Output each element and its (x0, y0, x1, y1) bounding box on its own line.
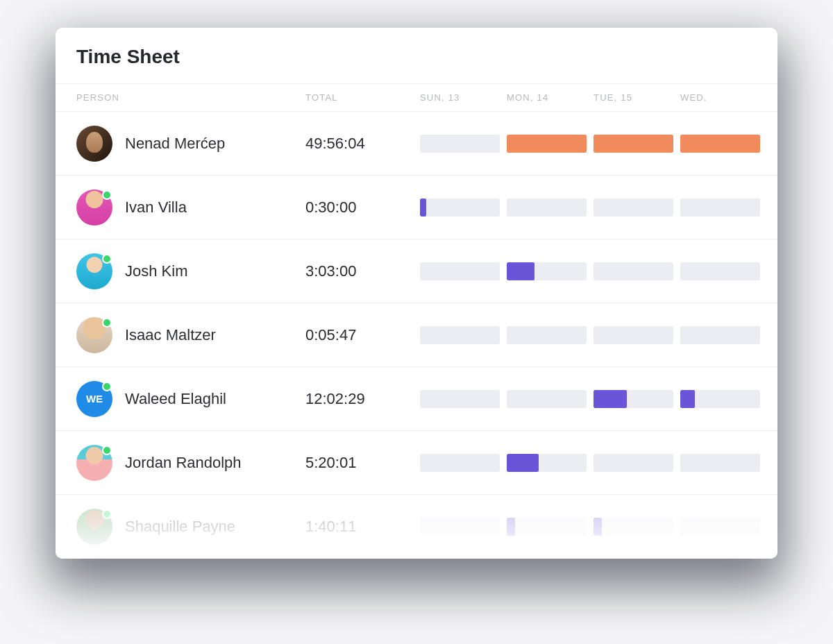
time-bar (594, 198, 673, 217)
table-header: PERSON TOTAL SUN, 13 MON, 14 TUE, 15 WED… (56, 83, 777, 112)
person-name[interactable]: Nenad Merćep (125, 135, 225, 153)
time-bar (680, 390, 760, 408)
table-row[interactable]: Nenad Merćep49:56:04 (56, 112, 777, 176)
table-row[interactable]: Shaquille Payne1:40:11 (56, 495, 777, 559)
day-cell[interactable] (680, 135, 767, 153)
day-cell[interactable] (420, 262, 507, 280)
col-person: PERSON (76, 92, 305, 103)
person-cell: Shaquille Payne (76, 509, 305, 545)
time-bar-fill (507, 135, 587, 153)
online-status-icon (102, 190, 112, 200)
time-bar (680, 135, 760, 153)
time-bar-fill (420, 198, 426, 217)
time-bar-fill (680, 390, 695, 408)
time-bar (507, 454, 587, 472)
day-cell[interactable] (420, 518, 507, 536)
table-row[interactable]: Isaac Maltzer0:05:47 (56, 303, 777, 367)
total-time: 3:03:00 (305, 262, 420, 280)
page-title: Time Sheet (56, 28, 777, 83)
day-cell[interactable] (594, 518, 680, 536)
day-cell[interactable] (680, 198, 767, 217)
time-bar (680, 262, 760, 280)
day-cell[interactable] (680, 390, 767, 408)
time-bar (420, 518, 500, 536)
avatar[interactable] (76, 317, 112, 353)
total-time: 12:02:29 (305, 390, 420, 408)
day-cell[interactable] (420, 390, 507, 408)
day-cell[interactable] (594, 390, 680, 408)
person-name[interactable]: Isaac Maltzer (125, 326, 216, 344)
time-bar (680, 518, 760, 536)
person-name[interactable]: Jordan Randolph (125, 454, 242, 472)
time-bar (507, 198, 587, 217)
person-cell: Jordan Randolph (76, 445, 305, 481)
col-day-mon: MON, 14 (507, 92, 594, 103)
total-time: 49:56:04 (305, 135, 420, 153)
table-row[interactable]: WEWaleed Elaghil12:02:29 (56, 367, 777, 431)
day-cell[interactable] (507, 326, 594, 344)
time-bar (680, 198, 760, 217)
day-cell[interactable] (680, 454, 767, 472)
time-bar-fill (507, 262, 535, 280)
person-name[interactable]: Shaquille Payne (125, 518, 235, 536)
avatar[interactable] (76, 445, 112, 481)
person-cell: Nenad Merćep (76, 126, 305, 162)
day-cell[interactable] (680, 326, 767, 344)
day-cell[interactable] (507, 518, 594, 536)
day-cell[interactable] (594, 198, 680, 217)
time-bar (420, 135, 500, 153)
total-time: 0:30:00 (305, 198, 420, 217)
person-cell: Josh Kim (76, 253, 305, 289)
time-bar (680, 454, 760, 472)
person-name[interactable]: Waleed Elaghil (125, 390, 226, 408)
day-cell[interactable] (420, 326, 507, 344)
table-row[interactable]: Josh Kim3:03:00 (56, 239, 777, 303)
time-bar (594, 518, 673, 536)
day-cell[interactable] (680, 518, 767, 536)
day-cell[interactable] (420, 198, 507, 217)
avatar[interactable] (76, 126, 112, 162)
online-status-icon (102, 318, 112, 328)
col-total: TOTAL (305, 92, 420, 103)
person-cell: WEWaleed Elaghil (76, 381, 305, 417)
total-time: 5:20:01 (305, 454, 420, 472)
day-cell[interactable] (507, 135, 594, 153)
online-status-icon (102, 509, 112, 519)
time-bar-fill (507, 518, 515, 536)
person-name[interactable]: Ivan Villa (125, 198, 187, 217)
day-cell[interactable] (507, 262, 594, 280)
day-cell[interactable] (507, 454, 594, 472)
avatar[interactable] (76, 189, 112, 226)
time-bar (420, 390, 500, 408)
day-cell[interactable] (594, 454, 680, 472)
day-cell[interactable] (680, 262, 767, 280)
avatar[interactable] (76, 253, 112, 289)
timesheet-card: Time Sheet PERSON TOTAL SUN, 13 MON, 14 … (56, 28, 777, 559)
day-cell[interactable] (594, 135, 680, 153)
avatar[interactable]: WE (76, 381, 112, 417)
online-status-icon (102, 254, 112, 264)
day-cell[interactable] (507, 198, 594, 217)
time-bar (507, 262, 587, 280)
day-cell[interactable] (594, 262, 680, 280)
avatar[interactable] (76, 509, 112, 545)
day-cell[interactable] (420, 135, 507, 153)
day-cell[interactable] (507, 390, 594, 408)
time-bar (680, 326, 760, 344)
day-cell[interactable] (420, 454, 507, 472)
time-bar (507, 135, 587, 153)
table-row[interactable]: Jordan Randolph5:20:01 (56, 431, 777, 495)
time-bar-fill (507, 454, 539, 472)
total-time: 1:40:11 (305, 518, 420, 536)
col-day-wed: WED, (680, 92, 767, 103)
day-cell[interactable] (594, 326, 680, 344)
person-name[interactable]: Josh Kim (125, 262, 187, 280)
time-bar (507, 390, 587, 408)
table-row[interactable]: Ivan Villa0:30:00 (56, 176, 777, 239)
time-bar (420, 262, 500, 280)
online-status-icon (102, 382, 112, 391)
total-time: 0:05:47 (305, 326, 420, 344)
col-day-tue: TUE, 15 (594, 92, 680, 103)
person-cell: Isaac Maltzer (76, 317, 305, 353)
time-bar (507, 518, 587, 536)
